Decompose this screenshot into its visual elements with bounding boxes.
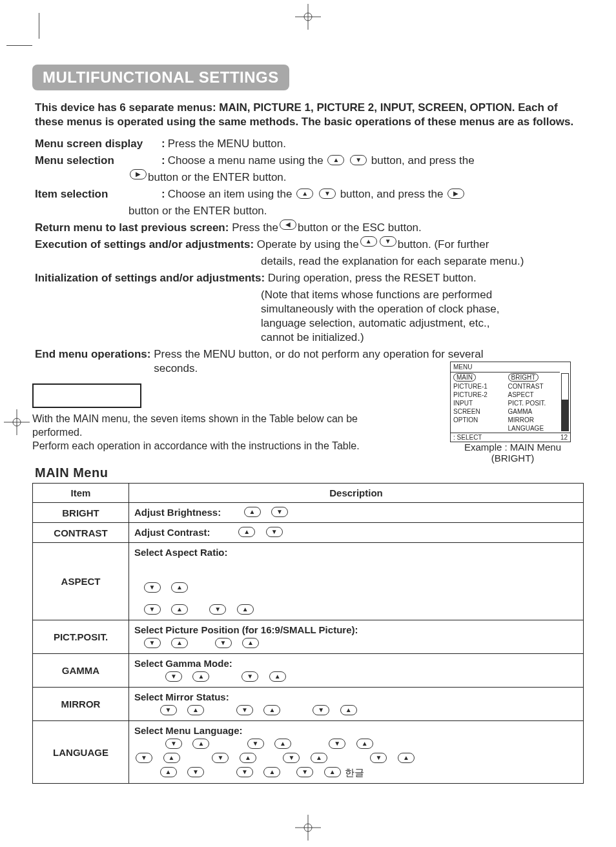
crop-line: [39, 13, 39, 39]
down-icon: ▼: [247, 739, 264, 749]
desc-lead: Select Gamma Mode:: [134, 658, 578, 669]
down-icon: ▼: [370, 753, 387, 763]
osd-item: PICTURE-2: [451, 391, 506, 399]
osd-item: OPTION: [451, 416, 506, 424]
op-text: button or the ENTER button.: [128, 204, 267, 218]
osd-foot-right: 12: [560, 434, 568, 441]
up-icon: ▲: [311, 753, 327, 763]
table-row: GAMMA Select Gamma Mode: ▼ ▲ ▼ ▲: [33, 654, 584, 688]
op-label: Execution of settings and/or adjustments…: [35, 238, 254, 252]
op-text: button, and press the: [371, 154, 475, 167]
osd-item: MAIN: [453, 373, 476, 382]
down-icon: ▼: [209, 604, 226, 615]
down-icon: ▼: [144, 638, 161, 648]
down-icon: ▼: [136, 753, 152, 763]
down-icon: ▼: [165, 739, 182, 749]
right-icon: ▶: [447, 189, 464, 199]
reg-mark-top: [295, 4, 321, 32]
up-icon: ▲: [360, 236, 377, 247]
down-icon: ▼: [165, 671, 182, 682]
up-icon: ▲: [398, 753, 415, 763]
up-icon: ▲: [263, 705, 280, 715]
osd-item: LANGUAGE: [506, 424, 560, 433]
table-row: LANGUAGE Select Menu Language: ▼ ▲ ▼ ▲ ▼…: [33, 721, 584, 784]
reg-mark-bottom: [295, 815, 321, 843]
osd-item: ASPECT: [506, 391, 560, 399]
op-label: Item selection: [35, 187, 159, 201]
up-icon: ▲: [296, 189, 313, 199]
reg-mark-left: [4, 409, 30, 438]
osd-item: INPUT: [451, 399, 506, 407]
up-icon: ▲: [244, 507, 261, 517]
table-row: MIRROR Select Mirror Status: ▼ ▲ ▼ ▲ ▼ ▲: [33, 688, 584, 721]
up-icon: ▲: [324, 767, 341, 777]
down-icon: ▼: [236, 705, 253, 715]
down-icon: ▼: [187, 767, 204, 777]
up-icon: ▲: [237, 604, 254, 615]
op-text: Choose an item using the: [168, 188, 296, 200]
up-icon: ▲: [238, 527, 255, 537]
up-icon: ▲: [160, 767, 177, 777]
item-name: MIRROR: [33, 688, 129, 721]
op-text: button or the ENTER button.: [148, 170, 287, 185]
right-icon: ▶: [130, 169, 147, 179]
item-name: LANGUAGE: [33, 721, 129, 784]
osd-item: GAMMA: [506, 407, 560, 416]
osd-caption: Example : MAIN Menu (BRIGHT): [448, 442, 577, 464]
sub-intro-text: With the MAIN menu, the seven items show…: [32, 412, 368, 439]
table-row: CONTRAST Adjust Contrast: ▲ ▼: [33, 523, 584, 543]
osd-item: PICT. POSIT.: [506, 399, 560, 407]
down-icon: ▼: [144, 582, 161, 593]
up-icon: ▲: [192, 671, 209, 682]
up-icon: ▲: [171, 582, 188, 593]
osd-diagram: MENU MAIN PICTURE-1 PICTURE-2 INPUT SCRE…: [450, 362, 571, 442]
lang-korean: 한글: [345, 767, 364, 778]
main-menu-table: Item Description BRIGHT Adjust Brightnes…: [32, 483, 584, 784]
osd-slider: [561, 373, 569, 431]
osd-item: MIRROR: [506, 416, 560, 424]
desc-lead: Select Picture Position (for 16:9/SMALL …: [134, 624, 578, 635]
osd-title: MENU: [451, 362, 570, 372]
up-icon: ▲: [240, 753, 256, 763]
down-icon: ▼: [350, 155, 367, 165]
up-icon: ▲: [274, 739, 291, 749]
item-name: PICT.POSIT.: [33, 620, 129, 654]
up-icon: ▲: [171, 604, 188, 615]
up-icon: ▲: [269, 671, 286, 682]
down-icon: ▼: [319, 189, 336, 199]
up-icon: ▲: [171, 638, 188, 648]
osd-item: PICTURE-1: [451, 382, 506, 391]
osd-item: BRIGHT: [508, 373, 539, 382]
up-icon: ▲: [163, 753, 180, 763]
up-icon: ▲: [263, 767, 280, 777]
item-name: CONTRAST: [33, 523, 129, 543]
sub-intro-text: Perform each operation in accordance wit…: [32, 439, 368, 453]
up-icon: ▲: [187, 705, 204, 715]
op-text: Press the MENU button.: [168, 137, 286, 151]
op-text: Press the: [232, 221, 278, 235]
op-text: details, read the explanation for each s…: [261, 254, 524, 269]
item-name: ASPECT: [33, 543, 129, 620]
table-row: ASPECT Select Aspect Ratio: ▼ ▲ ▼ ▲ ▼ ▲: [33, 543, 584, 620]
down-icon: ▼: [241, 671, 258, 682]
desc-lead: Adjust Contrast:: [134, 527, 210, 538]
op-text: button or the ESC button.: [298, 221, 422, 235]
op-label: Initialization of settings and/or adjust…: [35, 271, 265, 285]
op-text: button, and press the: [340, 188, 446, 200]
table-row: BRIGHT Adjust Brightness: ▲ ▼: [33, 503, 584, 523]
op-text: button. (For further: [398, 238, 489, 252]
op-text: (Note that items whose functions are per…: [261, 288, 519, 345]
down-icon: ▼: [160, 705, 177, 715]
up-icon: ▲: [327, 155, 344, 165]
down-icon: ▼: [296, 767, 313, 777]
desc-lead: Select Menu Language:: [134, 725, 578, 736]
down-icon: ▼: [266, 527, 283, 537]
down-icon: ▼: [283, 753, 300, 763]
operations-list: Menu screen display : Press the MENU but…: [35, 137, 581, 376]
osd-foot-left: : SELECT: [453, 434, 482, 441]
up-icon: ▲: [340, 705, 357, 715]
desc-lead: Adjust Brightness:: [134, 507, 221, 518]
op-label: End menu operations:: [35, 347, 150, 376]
down-icon: ▼: [215, 638, 232, 648]
op-text: Operate by using the: [257, 238, 359, 252]
